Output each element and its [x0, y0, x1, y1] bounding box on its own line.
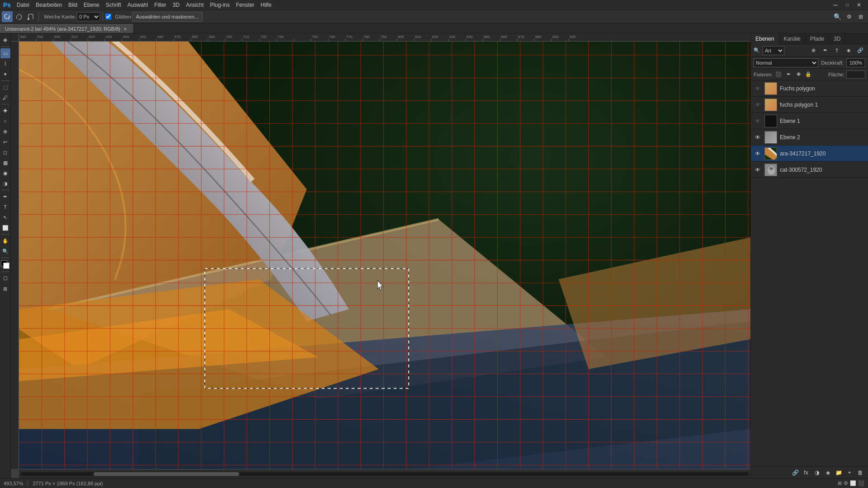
- auswahlen-maskieren-btn[interactable]: Auswählen und maskieren...: [132, 12, 203, 22]
- quick-mask-btn[interactable]: ☐: [0, 273, 10, 283]
- active-tab[interactable]: Unbenannt-2 bei 494% (ara-3417217_1920; …: [0, 24, 133, 33]
- search-icon: 🔍: [754, 47, 760, 53]
- layer-item-ebene-1[interactable]: 👁 Ebene 1: [751, 113, 868, 129]
- filter-icon-4[interactable]: ◈: [844, 46, 854, 55]
- tab-3d[interactable]: 3D: [829, 33, 845, 44]
- opacity-input[interactable]: 100%: [846, 58, 865, 67]
- status-dock-btn[interactable]: ⬜: [850, 480, 856, 486]
- filter-icon-2[interactable]: ✒: [820, 46, 830, 55]
- layer-item-ebene-2[interactable]: 👁 Ebene 2: [751, 129, 868, 145]
- dodge-tool[interactable]: ◑: [0, 178, 10, 188]
- settings-btn[interactable]: ⚙: [844, 11, 854, 22]
- menu-plugins[interactable]: Plug-ins: [207, 1, 233, 9]
- layer-visibility-0[interactable]: 👁: [754, 84, 762, 93]
- layer-link-btn[interactable]: 🔗: [790, 468, 800, 477]
- crop-tool[interactable]: ⬚: [0, 82, 10, 92]
- eyedropper-tool[interactable]: 🖊: [0, 93, 10, 103]
- search-btn[interactable]: 🔍: [832, 11, 843, 22]
- menu-schrift[interactable]: Schrift: [103, 1, 124, 9]
- menu-bearbeiten[interactable]: Bearbeiten: [33, 1, 65, 9]
- gradient-tool[interactable]: ▦: [0, 158, 10, 168]
- glatten-checkbox[interactable]: [105, 14, 111, 19]
- tab-kanale[interactable]: Kanäle: [779, 33, 805, 44]
- menu-auswahl[interactable]: Auswahl: [124, 1, 151, 9]
- status-grid-btn[interactable]: ⊞: [838, 480, 842, 486]
- clone-tool[interactable]: ⊕: [0, 127, 10, 136]
- magnetic-lasso-btn[interactable]: [25, 11, 36, 22]
- horizontal-scrollbar[interactable]: [19, 469, 750, 478]
- filter-icon-1[interactable]: ⊕: [808, 46, 818, 55]
- filter-icon-3[interactable]: T: [832, 46, 842, 55]
- svg-text:840: 840: [467, 35, 473, 39]
- lasso-tool[interactable]: ⌇: [0, 59, 10, 69]
- status-settings-btn[interactable]: ⚙: [844, 480, 848, 486]
- svg-text:Ps: Ps: [3, 1, 10, 9]
- layers-list: 👁 Fuchs polygon 👁 fuchs polygon 1 👁: [751, 80, 868, 466]
- lock-transparent-btn[interactable]: ⬛: [774, 70, 783, 79]
- canvas-viewport[interactable]: [19, 42, 750, 469]
- marquee-tool[interactable]: ▭: [0, 48, 10, 58]
- blend-mode-select[interactable]: Normal: [754, 58, 818, 67]
- history-tool[interactable]: ↩: [0, 137, 10, 147]
- filter-icon-5[interactable]: 🔗: [855, 46, 865, 55]
- layer-visibility-3[interactable]: 👁: [754, 133, 762, 141]
- zoom-tool[interactable]: 🔍: [0, 246, 10, 256]
- smooth-select[interactable]: 0 Px 1 Px 2 Px: [77, 12, 100, 21]
- layer-delete-btn[interactable]: 🗑: [855, 468, 865, 477]
- screen-mode-btn[interactable]: ⊞: [0, 284, 10, 294]
- path-select-tool[interactable]: ↖: [0, 212, 10, 222]
- hand-tool[interactable]: ✋: [0, 236, 10, 246]
- canvas-svg: [19, 42, 750, 469]
- close-button[interactable]: ✕: [854, 0, 864, 10]
- layer-new-btn[interactable]: +: [844, 468, 854, 477]
- arrange-btn[interactable]: ⊞: [855, 11, 866, 22]
- layer-item-fuchs-polygon[interactable]: 👁 Fuchs polygon: [751, 80, 868, 97]
- heal-tool[interactable]: ✚: [0, 106, 10, 116]
- layer-item-fuchs-polygon-1[interactable]: 👁 fuchs polygon 1: [751, 97, 868, 113]
- layer-style-btn[interactable]: fx: [801, 468, 811, 477]
- layer-item-ara[interactable]: 👁 ara-3417217_1920: [751, 145, 868, 162]
- brush-tool[interactable]: ○: [0, 116, 10, 126]
- scroll-thumb-h[interactable]: [94, 472, 239, 476]
- pen-tool[interactable]: ✒: [0, 192, 10, 202]
- text-tool[interactable]: T: [0, 202, 10, 212]
- menu-fenster[interactable]: Fenster: [233, 1, 258, 9]
- polygonal-lasso-btn[interactable]: [14, 11, 24, 22]
- layer-item-cat[interactable]: 👁 cat-300572_1920: [751, 162, 868, 178]
- layer-adjustment-btn[interactable]: ◈: [823, 468, 833, 477]
- tab-ebenen[interactable]: Ebenen: [751, 33, 779, 44]
- minimize-button[interactable]: ─: [830, 0, 841, 10]
- color-fg[interactable]: [1, 260, 10, 269]
- move-tool[interactable]: ✥: [0, 35, 10, 45]
- menu-bild[interactable]: Bild: [65, 1, 80, 9]
- canvas-container[interactable]: 580 590 600 610 620 630 640 650 660 670 …: [11, 33, 750, 478]
- lasso-tool-btn[interactable]: [2, 11, 13, 22]
- magic-wand-tool[interactable]: ✦: [0, 69, 10, 79]
- layer-group-btn[interactable]: 📁: [834, 468, 844, 477]
- shape-tool[interactable]: ⬜: [0, 223, 10, 233]
- layer-mask-btn[interactable]: ◑: [812, 468, 822, 477]
- menu-hilfe[interactable]: Hilfe: [258, 1, 275, 9]
- menu-filter[interactable]: Filter: [151, 1, 170, 9]
- lock-all-btn[interactable]: 🔒: [804, 70, 812, 79]
- tab-pfade[interactable]: Pfade: [806, 33, 829, 44]
- layer-type-select[interactable]: Art: [763, 46, 784, 55]
- menu-datei[interactable]: Datei: [14, 1, 33, 9]
- layer-visibility-4[interactable]: 👁: [754, 150, 762, 158]
- lock-position-btn[interactable]: ✥: [794, 70, 802, 79]
- status-expand-btn[interactable]: ⬛: [858, 480, 864, 486]
- zoom-level: 493,57%: [4, 481, 23, 486]
- svg-text:710: 710: [243, 35, 250, 39]
- eraser-tool[interactable]: ◻: [0, 147, 10, 157]
- lock-image-btn[interactable]: ✒: [784, 70, 793, 79]
- fill-input[interactable]: 100%: [846, 70, 865, 79]
- blur-tool[interactable]: ◉: [0, 168, 10, 178]
- menu-ebene[interactable]: Ebene: [80, 1, 103, 9]
- maximize-button[interactable]: □: [842, 0, 853, 10]
- layer-visibility-1[interactable]: 👁: [754, 101, 762, 109]
- layer-visibility-2[interactable]: 👁: [754, 117, 762, 125]
- tab-close-btn[interactable]: ×: [123, 26, 128, 32]
- menu-3d[interactable]: 3D: [170, 1, 183, 9]
- menu-ansicht[interactable]: Ansicht: [183, 1, 207, 9]
- layer-visibility-5[interactable]: 👁: [754, 166, 762, 174]
